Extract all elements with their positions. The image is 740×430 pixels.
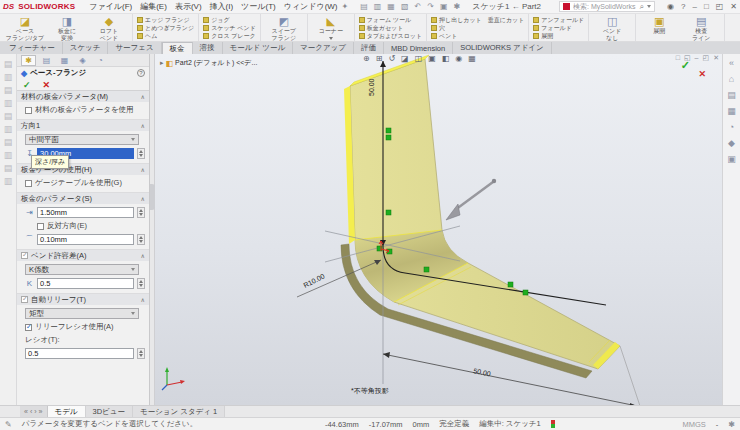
left-toolbar-icon[interactable]: ▥ — [4, 125, 13, 134]
design-library-icon[interactable]: ▤ — [727, 91, 736, 100]
use-material-params-checkbox-row[interactable]: 材料の板金パラメータを使用 — [25, 105, 145, 115]
pm-help-icon[interactable]: ? — [137, 69, 145, 77]
fold-button[interactable]: フォールド — [531, 24, 586, 32]
scroll-prev-icon[interactable]: ‹ — [30, 408, 32, 415]
bend-radius-stepper[interactable] — [137, 234, 145, 245]
tab-solidworks-addins[interactable]: SOLIDWORKS アドイン — [453, 42, 552, 54]
left-toolbar-icon[interactable]: ▥ — [4, 73, 13, 82]
display-style-icon[interactable]: ▣ — [428, 55, 436, 63]
pin-menu-icon[interactable]: ✦ — [342, 2, 349, 11]
options-icon[interactable]: ✱ — [453, 2, 460, 11]
dimension-height[interactable]: 50.00 — [368, 78, 375, 96]
corner-button[interactable]: ◣コーナー — [310, 15, 352, 40]
bend-radius-input[interactable]: 0.10mm — [37, 234, 134, 245]
pm-tab-dimxpert[interactable]: ◈ — [75, 55, 90, 66]
view-palette-icon[interactable]: ◔ — [729, 123, 734, 132]
relief-ratio-checkbox[interactable] — [25, 324, 32, 331]
relief-ratio-checkbox-row[interactable]: リリーフレシオ使用(A) — [25, 322, 145, 332]
search-input[interactable]: 検索: MySolidWorks — [573, 2, 637, 12]
section-material-header[interactable]: 材料の板金パラメータ(M)∧ — [17, 91, 149, 102]
dimension-length[interactable]: 50.00 — [473, 367, 492, 378]
use-material-params-checkbox[interactable] — [25, 107, 32, 114]
status-options-icon[interactable]: ✱ — [728, 420, 735, 429]
swept-flange-button[interactable]: ◩スイープ フランジ — [263, 15, 305, 40]
select-icon[interactable]: ▣ — [440, 2, 448, 11]
left-toolbar-icon[interactable]: ▤ — [4, 164, 13, 173]
base-flange-tab-button[interactable]: ◪ベース フランジ/タブ — [4, 15, 46, 40]
tab-mold-tools[interactable]: モールド ツール — [223, 42, 293, 54]
thickness-input[interactable]: 1.50mm — [37, 207, 134, 218]
section-auto-relief-header[interactable]: 自動リリーフ(T)∧ — [17, 294, 149, 305]
model-viewport[interactable]: 50.00 R10.00 50.00 — [155, 54, 722, 405]
doc-close-icon[interactable]: ✕ — [713, 54, 719, 62]
section-view-icon[interactable]: ◪ — [401, 55, 409, 63]
save-icon[interactable]: ▦ — [387, 2, 395, 11]
flatten-button[interactable]: ▣展開 — [638, 15, 680, 40]
collapse-icon[interactable]: ∧ — [141, 93, 145, 100]
tab-evaluate[interactable]: 評価 — [354, 42, 384, 54]
previous-view-icon[interactable]: ↺ — [388, 55, 395, 63]
section-bend-allowance-header[interactable]: ベンド許容差(A)∧ — [17, 250, 149, 261]
view-orientation-icon[interactable]: ◫ — [415, 55, 423, 63]
confirm-ok-button[interactable]: ✓ — [681, 59, 690, 72]
direction-arrow[interactable] — [446, 179, 496, 220]
pm-tab-appearances[interactable]: ◔ — [93, 55, 108, 66]
tab-features[interactable]: フィーチャー — [2, 42, 63, 54]
hem-button[interactable]: ヘム — [135, 32, 196, 40]
tab-surfaces[interactable]: サーフェス — [108, 42, 161, 54]
inspection-lines-button[interactable]: ▤検査 ライン — [680, 15, 722, 40]
menu-edit[interactable]: 編集(E) — [140, 1, 167, 12]
ratio-stepper[interactable] — [137, 348, 145, 359]
redo-icon[interactable]: ↷ — [427, 2, 434, 11]
custom-properties-icon[interactable]: ▣ — [727, 155, 736, 164]
file-explorer-icon[interactable]: ▦ — [727, 107, 736, 116]
menu-view[interactable]: 表示(V) — [175, 1, 202, 12]
login-icon[interactable]: ◉ — [667, 2, 674, 11]
doc-restore-icon[interactable]: ◰ — [703, 54, 710, 62]
scroll-first-icon[interactable]: « — [24, 408, 28, 415]
auto-relief-checkbox[interactable] — [21, 296, 28, 303]
edit-appearance-icon[interactable]: ◉ — [455, 55, 462, 63]
tab-weldments[interactable]: 溶接 — [193, 42, 223, 54]
corner-dropdown-icon[interactable] — [329, 37, 333, 40]
k-factor-input[interactable]: 0.5 — [37, 278, 134, 289]
appearances-icon[interactable]: ◆ — [728, 139, 735, 148]
tab-sketch[interactable]: スケッチ — [63, 42, 109, 54]
dimension-radius[interactable]: R10.00 — [302, 272, 325, 289]
view-settings-icon[interactable]: ▦ — [468, 55, 476, 63]
confirm-cancel-button[interactable]: ✕ — [698, 69, 706, 79]
no-bends-button[interactable]: ◫ベンド なし — [591, 15, 633, 40]
pm-ok-button[interactable]: ✓ — [23, 80, 31, 90]
print-icon[interactable]: ▧ — [401, 2, 409, 11]
depth-stepper[interactable] — [137, 148, 145, 159]
tab-3d-views[interactable]: 3Dビュー — [86, 406, 133, 417]
graphics-area[interactable]: 50.00 R10.00 50.00 — [155, 54, 722, 405]
tab-model[interactable]: モデル — [48, 406, 86, 417]
tab-and-slot-button[interactable]: タブおよびスロット — [357, 32, 424, 40]
zoom-area-icon[interactable]: ⊞ — [376, 55, 383, 63]
collapse-icon[interactable]: ∧ — [141, 296, 145, 303]
convert-to-sheet-metal-button[interactable]: ◨板金に 変換 — [46, 15, 88, 40]
collapse-icon[interactable]: ∧ — [141, 166, 145, 173]
feature-tree-flyout[interactable]: ▸ ◧ Part2 (デフォルト) <<デ... — [160, 58, 257, 68]
reverse-direction-checkbox-row[interactable]: 反対方向(E) — [25, 221, 145, 231]
close-button[interactable]: ✕ — [730, 2, 737, 11]
tab-markup[interactable]: マークアップ — [293, 42, 354, 54]
maximize-button[interactable]: □ — [704, 2, 709, 11]
flyout-part-name[interactable]: Part2 (デフォルト) <<デ... — [175, 58, 257, 68]
restore-button[interactable]: ◰ — [716, 2, 724, 11]
help-icon[interactable]: ? — [681, 2, 685, 11]
vent-button[interactable]: ベント — [429, 32, 526, 40]
new-document-icon[interactable]: ▤ — [360, 2, 368, 11]
search-box[interactable]: 検索: MySolidWorks ⌕ — [559, 1, 655, 12]
pm-cancel-button[interactable]: ✕ — [43, 80, 51, 90]
left-toolbar-icon[interactable]: ▥ — [4, 99, 13, 108]
solidworks-resources-icon[interactable]: ⌂ — [729, 75, 734, 84]
section-direction-header[interactable]: 方向1∧ — [17, 120, 149, 131]
doc-window-icon[interactable]: □ — [676, 54, 680, 62]
left-toolbar-icon[interactable]: ▥ — [4, 177, 13, 186]
ratio-input[interactable]: 0.5 — [25, 348, 134, 359]
end-condition-dropdown[interactable]: 中間平面 — [25, 134, 139, 145]
tab-motion-study[interactable]: モーション スタディ 1 — [133, 406, 225, 417]
relief-type-dropdown[interactable]: 矩型 — [25, 308, 139, 319]
